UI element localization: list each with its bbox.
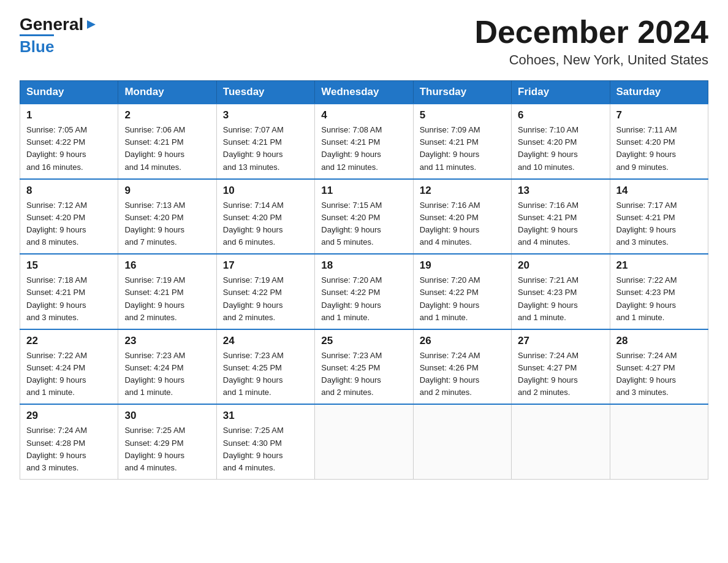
day-info: Sunrise: 7:19 AMSunset: 4:22 PMDaylight:… — [223, 274, 308, 324]
day-info: Sunrise: 7:11 AMSunset: 4:20 PMDaylight:… — [616, 124, 702, 174]
day-number: 23 — [124, 335, 210, 347]
day-info: Sunrise: 7:06 AMSunset: 4:21 PMDaylight:… — [124, 124, 210, 174]
table-row: 11Sunrise: 7:15 AMSunset: 4:20 PMDayligh… — [315, 179, 413, 255]
day-number: 15 — [26, 259, 112, 272]
day-number: 14 — [616, 185, 702, 197]
day-number: 10 — [223, 185, 308, 197]
table-row: 10Sunrise: 7:14 AMSunset: 4:20 PMDayligh… — [216, 179, 314, 255]
calendar-week-row: 15Sunrise: 7:18 AMSunset: 4:21 PMDayligh… — [20, 254, 708, 329]
day-number: 30 — [124, 410, 210, 422]
day-info: Sunrise: 7:17 AMSunset: 4:21 PMDaylight:… — [616, 199, 702, 249]
day-info: Sunrise: 7:18 AMSunset: 4:21 PMDaylight:… — [26, 274, 112, 324]
table-row: 23Sunrise: 7:23 AMSunset: 4:24 PMDayligh… — [118, 329, 216, 405]
col-friday: Friday — [512, 81, 610, 104]
title-block: December 2024 Cohoes, New York, United S… — [474, 15, 708, 68]
day-number: 22 — [26, 335, 112, 347]
calendar-table: Sunday Monday Tuesday Wednesday Thursday… — [20, 80, 708, 480]
col-thursday: Thursday — [413, 81, 511, 104]
logo-blue-text: Blue — [20, 34, 54, 56]
day-info: Sunrise: 7:16 AMSunset: 4:21 PMDaylight:… — [518, 199, 603, 249]
table-row: 8Sunrise: 7:12 AMSunset: 4:20 PMDaylight… — [20, 179, 118, 255]
table-row: 22Sunrise: 7:22 AMSunset: 4:24 PMDayligh… — [20, 329, 118, 405]
table-row: 25Sunrise: 7:23 AMSunset: 4:25 PMDayligh… — [315, 329, 413, 405]
calendar-week-row: 8Sunrise: 7:12 AMSunset: 4:20 PMDaylight… — [20, 179, 708, 255]
table-row: 3Sunrise: 7:07 AMSunset: 4:21 PMDaylight… — [216, 104, 314, 179]
day-number: 11 — [321, 185, 406, 197]
location-subtitle: Cohoes, New York, United States — [474, 52, 708, 68]
day-info: Sunrise: 7:09 AMSunset: 4:21 PMDaylight:… — [420, 124, 505, 174]
logo: General Blue — [20, 15, 98, 56]
table-row — [512, 404, 610, 479]
table-row: 26Sunrise: 7:24 AMSunset: 4:26 PMDayligh… — [413, 329, 511, 405]
day-number: 3 — [223, 109, 308, 121]
day-number: 1 — [26, 109, 112, 121]
logo-arrow-icon — [85, 18, 98, 31]
day-info: Sunrise: 7:05 AMSunset: 4:22 PMDaylight:… — [26, 124, 112, 174]
day-number: 5 — [420, 109, 505, 121]
day-number: 17 — [223, 259, 308, 272]
table-row: 5Sunrise: 7:09 AMSunset: 4:21 PMDaylight… — [413, 104, 511, 179]
page-header: General Blue December 2024 Cohoes, New Y… — [20, 15, 708, 68]
calendar-header-row: Sunday Monday Tuesday Wednesday Thursday… — [20, 81, 708, 104]
day-number: 28 — [616, 335, 702, 347]
day-number: 8 — [26, 185, 112, 197]
table-row: 14Sunrise: 7:17 AMSunset: 4:21 PMDayligh… — [610, 179, 708, 255]
table-row: 21Sunrise: 7:22 AMSunset: 4:23 PMDayligh… — [610, 254, 708, 329]
table-row: 15Sunrise: 7:18 AMSunset: 4:21 PMDayligh… — [20, 254, 118, 329]
day-number: 24 — [223, 335, 308, 347]
day-info: Sunrise: 7:25 AMSunset: 4:29 PMDaylight:… — [124, 424, 210, 474]
day-number: 26 — [420, 335, 505, 347]
day-number: 13 — [518, 185, 603, 197]
day-number: 27 — [518, 335, 603, 347]
col-sunday: Sunday — [20, 81, 118, 104]
calendar-week-row: 22Sunrise: 7:22 AMSunset: 4:24 PMDayligh… — [20, 329, 708, 405]
table-row: 12Sunrise: 7:16 AMSunset: 4:20 PMDayligh… — [413, 179, 511, 255]
day-number: 7 — [616, 109, 702, 121]
day-info: Sunrise: 7:16 AMSunset: 4:20 PMDaylight:… — [420, 199, 505, 249]
calendar-week-row: 29Sunrise: 7:24 AMSunset: 4:28 PMDayligh… — [20, 404, 708, 479]
table-row: 2Sunrise: 7:06 AMSunset: 4:21 PMDaylight… — [118, 104, 216, 179]
table-row — [413, 404, 511, 479]
table-row: 1Sunrise: 7:05 AMSunset: 4:22 PMDaylight… — [20, 104, 118, 179]
col-saturday: Saturday — [610, 81, 708, 104]
day-info: Sunrise: 7:23 AMSunset: 4:24 PMDaylight:… — [124, 350, 210, 399]
table-row: 31Sunrise: 7:25 AMSunset: 4:30 PMDayligh… — [216, 404, 314, 479]
col-wednesday: Wednesday — [315, 81, 413, 104]
day-number: 25 — [321, 335, 406, 347]
table-row: 29Sunrise: 7:24 AMSunset: 4:28 PMDayligh… — [20, 404, 118, 479]
day-info: Sunrise: 7:24 AMSunset: 4:26 PMDaylight:… — [420, 350, 505, 399]
table-row: 27Sunrise: 7:24 AMSunset: 4:27 PMDayligh… — [512, 329, 610, 405]
day-info: Sunrise: 7:08 AMSunset: 4:21 PMDaylight:… — [321, 124, 406, 174]
table-row — [610, 404, 708, 479]
day-info: Sunrise: 7:22 AMSunset: 4:24 PMDaylight:… — [26, 350, 112, 399]
day-info: Sunrise: 7:24 AMSunset: 4:28 PMDaylight:… — [26, 424, 112, 474]
table-row: 7Sunrise: 7:11 AMSunset: 4:20 PMDaylight… — [610, 104, 708, 179]
col-monday: Monday — [118, 81, 216, 104]
day-number: 12 — [420, 185, 505, 197]
table-row: 17Sunrise: 7:19 AMSunset: 4:22 PMDayligh… — [216, 254, 314, 329]
table-row: 6Sunrise: 7:10 AMSunset: 4:20 PMDaylight… — [512, 104, 610, 179]
day-info: Sunrise: 7:22 AMSunset: 4:23 PMDaylight:… — [616, 274, 702, 324]
day-info: Sunrise: 7:10 AMSunset: 4:20 PMDaylight:… — [518, 124, 603, 174]
month-title: December 2024 — [474, 15, 708, 50]
table-row: 13Sunrise: 7:16 AMSunset: 4:21 PMDayligh… — [512, 179, 610, 255]
table-row: 20Sunrise: 7:21 AMSunset: 4:23 PMDayligh… — [512, 254, 610, 329]
table-row: 16Sunrise: 7:19 AMSunset: 4:21 PMDayligh… — [118, 254, 216, 329]
day-info: Sunrise: 7:21 AMSunset: 4:23 PMDaylight:… — [518, 274, 603, 324]
day-number: 19 — [420, 259, 505, 272]
day-info: Sunrise: 7:19 AMSunset: 4:21 PMDaylight:… — [124, 274, 210, 324]
table-row — [315, 404, 413, 479]
day-info: Sunrise: 7:12 AMSunset: 4:20 PMDaylight:… — [26, 199, 112, 249]
day-info: Sunrise: 7:24 AMSunset: 4:27 PMDaylight:… — [518, 350, 603, 399]
table-row: 28Sunrise: 7:24 AMSunset: 4:27 PMDayligh… — [610, 329, 708, 405]
day-number: 29 — [26, 410, 112, 422]
col-tuesday: Tuesday — [216, 81, 314, 104]
day-info: Sunrise: 7:07 AMSunset: 4:21 PMDaylight:… — [223, 124, 308, 174]
day-info: Sunrise: 7:15 AMSunset: 4:20 PMDaylight:… — [321, 199, 406, 249]
day-number: 6 — [518, 109, 603, 121]
day-info: Sunrise: 7:25 AMSunset: 4:30 PMDaylight:… — [223, 424, 308, 474]
day-number: 2 — [124, 109, 210, 121]
table-row: 24Sunrise: 7:23 AMSunset: 4:25 PMDayligh… — [216, 329, 314, 405]
day-number: 20 — [518, 259, 603, 272]
table-row: 18Sunrise: 7:20 AMSunset: 4:22 PMDayligh… — [315, 254, 413, 329]
